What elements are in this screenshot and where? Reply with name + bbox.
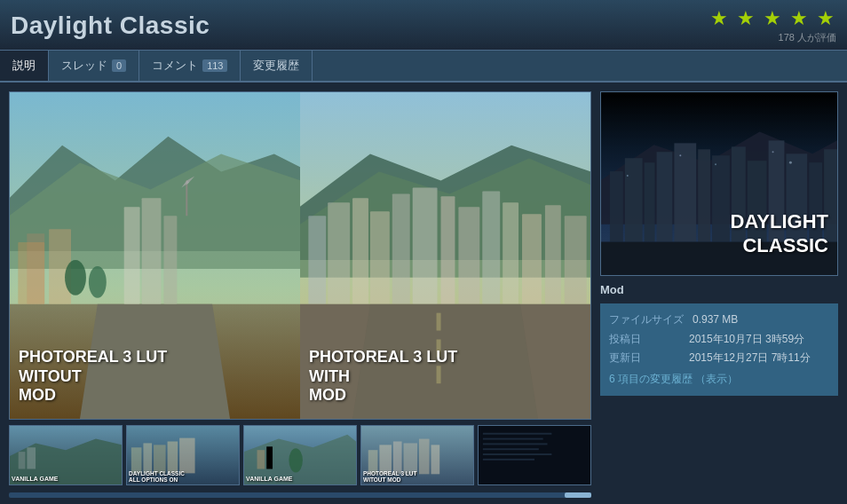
thumb-4[interactable]: PHOTOREAL 3 LUT WITOUT MOD [360,425,474,485]
tab-history[interactable]: 変更履歴 [241,51,313,81]
svg-rect-70 [645,162,655,241]
left-image-label: PHOTOREAL 3 LUT WITOUT MOD [19,348,167,406]
svg-rect-31 [565,216,587,303]
svg-rect-57 [419,439,430,475]
page-title: Daylight Classic [11,12,210,40]
thumbnail-strip: VANILLA GAME DAYLIGHT CLASSIC ALL OPTION… [9,425,591,485]
svg-rect-7 [27,233,44,304]
thumb-1-label: VANILLA GAME [12,476,59,483]
svg-point-83 [679,154,681,156]
thumbnail-scrollbar[interactable] [9,492,591,498]
svg-point-84 [715,163,716,165]
svg-rect-43 [143,443,152,473]
svg-point-82 [627,175,629,177]
scrollbar-thumb[interactable] [565,492,591,498]
right-image-label: PHOTOREAL 3 LUT WITH MOD [309,348,457,406]
svg-rect-29 [522,214,542,303]
info-section: ファイルサイズ 0.937 MB 投稿日 2015年10月7日 3時59分 更新… [600,303,838,396]
posted-label: 投稿日 [609,330,680,350]
updated-value: 2015年12月27日 7時11分 [689,349,811,368]
svg-point-11 [65,260,86,295]
svg-rect-65 [483,459,534,461]
file-size-value: 0.937 MB [693,311,738,330]
file-size-label: ファイルサイズ [609,311,684,330]
svg-point-86 [789,161,792,164]
thumb-3-label: VANILLA GAME [246,476,293,483]
svg-rect-58 [431,445,440,474]
svg-rect-74 [712,155,730,241]
svg-rect-61 [483,438,543,440]
comments-badge: 113 [202,59,227,72]
svg-point-51 [289,448,303,472]
svg-rect-50 [266,446,273,469]
svg-rect-21 [352,198,368,303]
svg-rect-63 [483,448,539,450]
svg-rect-68 [610,171,623,241]
svg-rect-73 [698,149,710,241]
updated-label: 更新日 [609,349,680,368]
tab-description[interactable]: 説明 [0,51,49,81]
image-right-half: PHOTOREAL 3 LUT WITH MOD [300,92,590,419]
updated-row: 更新日 2015年12月27日 7時11分 [609,349,829,368]
svg-rect-20 [328,202,350,303]
header: Daylight Classic ★ ★ ★ ★ ★ 178 人が評価 [0,0,847,51]
tab-threads[interactable]: スレッド 0 [49,51,139,81]
left-panel: PHOTOREAL 3 LUT WITOUT MOD [9,91,591,500]
threads-badge: 0 [112,59,126,72]
star-rating: ★ ★ ★ ★ ★ [710,7,836,30]
svg-point-12 [89,266,107,298]
svg-rect-69 [625,158,643,241]
svg-rect-24 [413,187,438,303]
file-size-row: ファイルサイズ 0.937 MB [609,311,829,330]
thumb-5[interactable] [478,425,591,485]
svg-rect-46 [179,438,194,474]
svg-rect-27 [482,191,500,303]
posted-value: 2015年10月7日 3時59分 [689,330,804,350]
tab-bar: 説明 スレッド 0 コメント 113 変更履歴 [0,51,847,83]
posted-row: 投稿日 2015年10月7日 3時59分 [609,330,829,350]
svg-rect-10 [163,216,177,303]
svg-rect-45 [168,441,178,473]
svg-rect-22 [370,211,390,303]
svg-rect-9 [142,198,162,303]
svg-point-85 [772,151,774,153]
svg-rect-64 [483,453,552,455]
svg-rect-71 [657,152,673,241]
svg-rect-25 [441,196,455,303]
svg-rect-62 [483,443,548,445]
rating-count: 178 人が評価 [710,31,836,44]
svg-rect-28 [503,202,518,303]
thumb-2-label: DAYLIGHT CLASSIC ALL OPTIONS ON [129,470,185,483]
svg-rect-26 [458,207,479,303]
main-image[interactable]: PHOTOREAL 3 LUT WITOUT MOD [9,91,591,420]
svg-rect-19 [308,216,326,303]
image-left-half: PHOTOREAL 3 LUT WITOUT MOD [10,92,300,419]
svg-rect-13 [186,180,187,216]
rating-area: ★ ★ ★ ★ ★ 178 人が評価 [710,7,836,44]
svg-rect-60 [483,433,552,435]
svg-rect-44 [154,445,166,473]
tab-comments[interactable]: コメント 113 [139,51,241,81]
svg-rect-39 [19,452,26,469]
svg-rect-23 [392,193,410,303]
svg-rect-8 [124,207,140,303]
svg-rect-49 [257,450,265,469]
svg-rect-34 [437,313,441,331]
main-content: PHOTOREAL 3 LUT WITOUT MOD [0,83,847,504]
thumb-3[interactable]: VANILLA GAME [243,425,357,485]
right-panel: DAYLIGHT CLASSIC Mod ファイルサイズ 0.937 MB 投稿… [600,91,838,500]
thumb-4-label: PHOTOREAL 3 LUT WITOUT MOD [363,470,416,483]
featured-image[interactable]: DAYLIGHT CLASSIC [600,91,838,276]
changelog-row: 6 項目の変更履歴 （表示） [609,370,829,390]
svg-rect-72 [674,143,696,241]
thumb-2[interactable]: DAYLIGHT CLASSIC ALL OPTIONS ON [126,425,240,485]
changelog-link[interactable]: 6 項目の変更履歴 （表示） [609,373,738,385]
svg-rect-30 [545,205,561,303]
thumb-1[interactable]: VANILLA GAME [9,425,123,485]
svg-rect-40 [27,447,36,469]
featured-label: DAYLIGHT CLASSIC [731,210,828,257]
mod-tag: Mod [600,283,838,296]
